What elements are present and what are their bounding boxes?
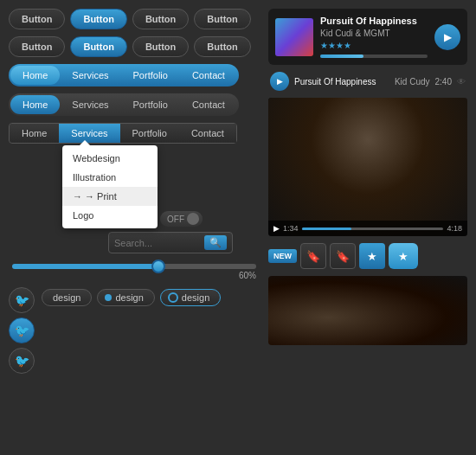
design-row: design design design <box>42 289 260 306</box>
search-button[interactable]: 🔍 <box>204 235 227 250</box>
btn-2-2[interactable]: Button <box>70 36 126 57</box>
nav2-home[interactable]: Home <box>10 95 60 114</box>
btn-1-4[interactable]: Button <box>194 9 250 29</box>
video-current-time: 1:34 <box>283 224 299 233</box>
left-bottom: 🐦 🐦 🐦 design design design <box>9 287 260 374</box>
music-player: Pursuit Of Happiness Kid Cudi & MGMT ★★★… <box>268 9 467 65</box>
track-row: ▶ Pursuit Of Happiness Kid Cudy 2:40 👁 <box>268 72 467 91</box>
nav3-portfolio[interactable]: Portfolio <box>120 124 179 143</box>
btn-2-3[interactable]: Button <box>132 36 189 57</box>
search-input[interactable] <box>114 238 201 248</box>
social-icons: 🐦 🐦 🐦 <box>9 287 35 374</box>
left-panel: Button Button Button Button Button Butto… <box>9 9 260 446</box>
button-row-2: Button Button Button Button <box>9 36 260 57</box>
button-row-1: Button Button Button Button <box>9 9 260 29</box>
bookmark-button-2[interactable]: 🔖 <box>330 243 356 269</box>
btn-1-3[interactable]: Button <box>132 9 189 29</box>
bookmark-button-1[interactable]: 🔖 <box>300 243 326 269</box>
nav2-contact[interactable]: Contact <box>180 95 237 114</box>
video-total-time: 4:18 <box>447 224 462 233</box>
design-tag-2[interactable]: design <box>97 289 154 306</box>
nav3-contact[interactable]: Contact <box>179 124 236 143</box>
bottom-image <box>268 276 467 345</box>
track-artist: Kid Cudy <box>395 77 430 87</box>
toggle-knob-off <box>187 213 199 225</box>
dd-item-webdesign[interactable]: Webdesign <box>62 149 158 168</box>
music-stars: ★★★★ <box>320 41 428 50</box>
bottom-icons-row: NEW 🔖 🔖 ★ ★ <box>268 243 467 269</box>
btn-1-2[interactable]: Button <box>70 9 126 29</box>
dd-item-print[interactable]: → Print <box>62 187 158 206</box>
track-play-button[interactable]: ▶ <box>270 72 289 91</box>
video-progress[interactable] <box>302 228 444 230</box>
eye-icon[interactable]: 👁 <box>457 77 466 87</box>
video-controls: ▶ 1:34 4:18 <box>268 221 467 236</box>
video-play-button[interactable]: ▶ <box>273 224 280 233</box>
music-info: Pursuit Of Happiness Kid Cudi & MGMT ★★★… <box>320 16 428 58</box>
music-progress[interactable] <box>320 54 428 58</box>
star-button-2[interactable]: ★ <box>389 243 418 269</box>
video-progress-fill <box>302 228 351 230</box>
music-title: Pursuit Of Happiness <box>320 16 428 26</box>
nav3-home[interactable]: Home <box>10 124 59 143</box>
nav1-portfolio[interactable]: Portfolio <box>121 66 180 85</box>
slider-row: 60% <box>9 264 260 280</box>
nav2-portfolio[interactable]: Portfolio <box>121 95 180 114</box>
social-icon-2[interactable]: 🐦 <box>9 317 35 343</box>
nav1-services[interactable]: Services <box>60 66 120 85</box>
music-artist: Kid Cudi & MGMT <box>320 29 428 38</box>
nav1-contact[interactable]: Contact <box>180 66 237 85</box>
social-icon-3[interactable]: 🐦 <box>9 348 35 374</box>
nav-row-3: Home Services Portfolio Contact <box>9 123 237 144</box>
album-art <box>275 18 313 56</box>
dropdown-menu: Webdesign Illustration → Print Logo <box>62 145 158 228</box>
btn-2-1[interactable]: Button <box>9 36 65 57</box>
track-title: Pursuit Of Happiness <box>294 77 389 87</box>
design-tag-1[interactable]: design <box>42 289 92 306</box>
slider-label: 60% <box>12 271 256 280</box>
right-panel: Pursuit Of Happiness Kid Cudi & MGMT ★★★… <box>268 9 467 446</box>
social-icon-1[interactable]: 🐦 <box>9 287 35 313</box>
video-background <box>268 98 467 236</box>
design-tags-col: design design design <box>42 287 260 306</box>
toggle-off-label: OFF <box>167 215 184 224</box>
nav-row-3-container: Home Services Portfolio Contact Webdesig… <box>9 123 260 144</box>
star-button-1[interactable]: ★ <box>359 243 385 269</box>
nav1-home[interactable]: Home <box>10 66 60 85</box>
btn-1-1[interactable]: Button <box>9 9 65 29</box>
new-badge[interactable]: NEW <box>268 249 297 263</box>
bottom-strip <box>268 276 467 345</box>
music-play-button[interactable]: ▶ <box>434 24 460 50</box>
video-player: ▶ 1:34 4:18 <box>268 98 467 236</box>
nav-row-1: Home Services Portfolio Contact <box>9 64 239 87</box>
slider-track[interactable] <box>12 264 256 269</box>
toggle-off[interactable]: OFF <box>160 211 203 227</box>
search-box: 🔍 <box>108 232 233 253</box>
track-time: 2:40 <box>435 77 452 87</box>
video-content <box>268 98 467 236</box>
dd-item-illustration[interactable]: Illustration <box>62 168 158 187</box>
nav2-services[interactable]: Services <box>60 95 120 114</box>
music-progress-fill <box>320 54 363 58</box>
nav-row-2: Home Services Portfolio Contact <box>9 93 239 116</box>
dd-item-logo[interactable]: Logo <box>62 206 158 225</box>
btn-2-4[interactable]: Button <box>194 36 250 57</box>
design-tag-3[interactable]: design <box>160 289 221 306</box>
